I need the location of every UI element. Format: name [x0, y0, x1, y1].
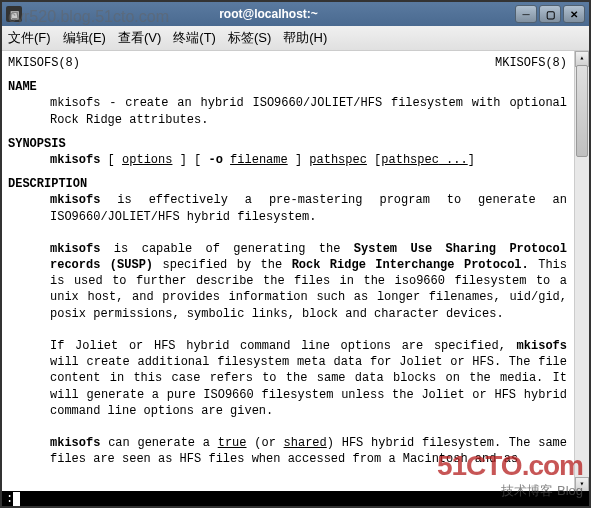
syn-pathspec2: pathspec: [381, 153, 439, 167]
synopsis-line: mkisofs [ options ] [ -o filename ] path…: [50, 152, 567, 168]
menu-terminal[interactable]: 终端(T): [173, 29, 216, 47]
window-titlebar: ▣ root@localhost:~ ─ ▢ ✕: [2, 2, 589, 26]
window-title: root@localhost:~: [22, 7, 515, 21]
menu-file[interactable]: 文件(F): [8, 29, 51, 47]
manpage-content: MKISOFS(8) MKISOFS(8) NAME mkisofs - cre…: [8, 55, 583, 468]
section-name: NAME: [8, 79, 567, 95]
desc-p4: mkisofs can generate a true (or shared) …: [50, 435, 567, 467]
vertical-scrollbar[interactable]: ▴ ▾: [574, 51, 589, 493]
close-button[interactable]: ✕: [563, 5, 585, 23]
scroll-thumb[interactable]: [576, 65, 588, 157]
menu-bar: 文件(F) 编辑(E) 查看(V) 终端(T) 标签(S) 帮助(H): [2, 26, 589, 51]
syn-dots: ...: [439, 153, 468, 167]
menu-view[interactable]: 查看(V): [118, 29, 161, 47]
pager-status-line[interactable]: :: [2, 491, 589, 507]
man-header-left: MKISOFS(8): [8, 55, 80, 71]
desc-p1: mkisofs is effectively a pre-mastering p…: [50, 192, 567, 224]
section-description: DESCRIPTION: [8, 176, 567, 192]
section-synopsis: SYNOPSIS: [8, 136, 567, 152]
scroll-track[interactable]: [575, 65, 589, 479]
syn-options: options: [122, 153, 172, 167]
terminal-area[interactable]: MKISOFS(8) MKISOFS(8) NAME mkisofs - cre…: [2, 51, 589, 507]
menu-help[interactable]: 帮助(H): [283, 29, 327, 47]
menu-edit[interactable]: 编辑(E): [63, 29, 106, 47]
syn-pathspec: pathspec: [309, 153, 367, 167]
man-header-right: MKISOFS(8): [495, 55, 567, 71]
name-text: mkisofs - create an hybrid ISO9660/JOLIE…: [50, 95, 567, 127]
desc-p3: If Joliet or HFS hybrid command line opt…: [50, 338, 567, 419]
app-icon: ▣: [6, 6, 22, 22]
syn-filename: filename: [230, 153, 288, 167]
syn-cmd: mkisofs: [50, 153, 100, 167]
minimize-button[interactable]: ─: [515, 5, 537, 23]
window-controls: ─ ▢ ✕: [515, 5, 585, 23]
menu-tabs[interactable]: 标签(S): [228, 29, 271, 47]
maximize-button[interactable]: ▢: [539, 5, 561, 23]
desc-p2: mkisofs is capable of generating the Sys…: [50, 241, 567, 322]
syn-o-flag: -o: [208, 153, 222, 167]
